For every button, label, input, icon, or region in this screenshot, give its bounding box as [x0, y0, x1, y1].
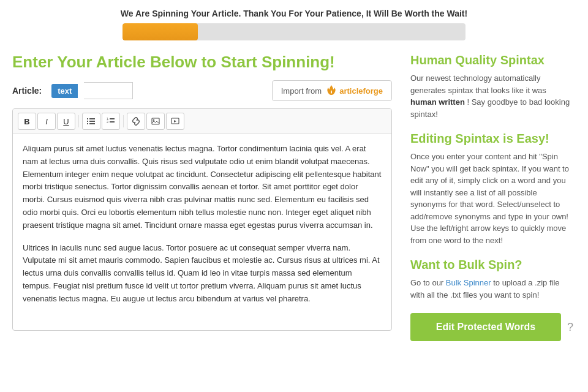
sidebar-text-2: Once you enter your content and hit "Spi…: [410, 151, 573, 246]
page-title: Enter Your Article Below to Start Spinni…: [12, 53, 392, 72]
article-row: Article: text Import from articleforge: [12, 80, 392, 101]
sidebar-title-1: Human Quality Spintax: [410, 53, 573, 67]
sidebar-text-3a: Go to our: [410, 278, 443, 287]
toolbar-image[interactable]: [146, 113, 165, 130]
protected-words-row: Edit Protected Words ?: [410, 313, 573, 341]
fire-icon: [325, 85, 337, 97]
embed-icon: [171, 117, 179, 126]
sidebar-section-2: Editing Spintax is Easy! Once you enter …: [410, 131, 573, 246]
bulk-spinner-link[interactable]: Bulk Spinner: [446, 278, 491, 287]
protected-words-button[interactable]: Edit Protected Words: [410, 313, 561, 341]
svg-rect-7: [110, 118, 115, 119]
editor-paragraph-1: Aliquam purus sit amet luctus venenatis …: [23, 143, 382, 232]
svg-rect-2: [87, 121, 88, 122]
svg-rect-1: [89, 118, 95, 119]
sidebar-section-3: Want to Bulk Spin? Go to our Bulk Spinne…: [410, 257, 573, 301]
sidebar-section-1: Human Quality Spintax Our newest technol…: [410, 53, 573, 120]
articleforge-text: articleforge: [339, 86, 383, 96]
sidebar-text-1a: Our newest technology automatically gene…: [410, 74, 546, 95]
protected-words-help[interactable]: ?: [567, 321, 573, 334]
svg-text:2.: 2.: [107, 120, 109, 124]
progress-bar-fill: [123, 23, 198, 40]
toolbar-bold[interactable]: B: [18, 113, 36, 130]
image-icon: [151, 117, 160, 126]
editor-body[interactable]: Aliquam purus sit amet luctus venenatis …: [13, 134, 391, 330]
editor-toolbar: B I U 1.: [13, 109, 391, 134]
toolbar-link[interactable]: [127, 113, 145, 130]
ordered-list-icon: 1. 2.: [107, 117, 115, 126]
top-banner: We Are Spinning Your Article. Thank You …: [0, 0, 588, 47]
svg-rect-4: [87, 123, 88, 124]
articleforge-logo: articleforge: [325, 85, 383, 97]
toolbar-underline[interactable]: U: [57, 113, 75, 130]
article-text-badge: text: [51, 84, 78, 98]
svg-rect-0: [87, 118, 88, 119]
toolbar-italic[interactable]: I: [37, 113, 56, 130]
left-column: Enter Your Article Below to Start Spinni…: [6, 47, 398, 347]
link-icon: [132, 117, 140, 126]
toolbar-embed[interactable]: [166, 113, 184, 130]
toolbar-ordered-list[interactable]: 1. 2.: [102, 113, 120, 130]
svg-point-11: [153, 119, 154, 121]
right-column: Human Quality Spintax Our newest technol…: [398, 47, 582, 347]
import-label: Import from: [281, 86, 322, 96]
unordered-list-icon: [87, 117, 96, 126]
toolbar-unordered-list[interactable]: [82, 113, 100, 130]
editor-paragraph-2: Ultrices in iaculis nunc sed augue lacus…: [23, 242, 382, 306]
svg-rect-3: [89, 121, 95, 122]
svg-rect-5: [89, 123, 95, 124]
article-text-input[interactable]: [84, 82, 133, 99]
article-label: Article:: [12, 86, 42, 96]
articleforge-name: articleforge: [339, 86, 383, 96]
banner-text: We Are Spinning Your Article. Thank You …: [12, 9, 576, 18]
toolbar-divider-1: [78, 115, 79, 127]
svg-rect-9: [110, 121, 115, 123]
svg-marker-13: [174, 120, 176, 123]
sidebar-text-3: Go to our Bulk Spinner to upload a .zip …: [410, 277, 573, 301]
sidebar-title-2: Editing Spintax is Easy!: [410, 131, 573, 146]
progress-bar-container: [123, 23, 466, 40]
sidebar-title-3: Want to Bulk Spin?: [410, 257, 573, 272]
import-button[interactable]: Import from articleforge: [272, 80, 392, 101]
sidebar-text-1-bold: human written: [410, 97, 465, 107]
editor-container: B I U 1.: [12, 108, 392, 331]
sidebar-text-1: Our newest technology automatically gene…: [410, 72, 573, 120]
toolbar-divider-2: [123, 115, 124, 127]
main-layout: Enter Your Article Below to Start Spinni…: [0, 47, 588, 347]
svg-rect-10: [152, 118, 159, 124]
